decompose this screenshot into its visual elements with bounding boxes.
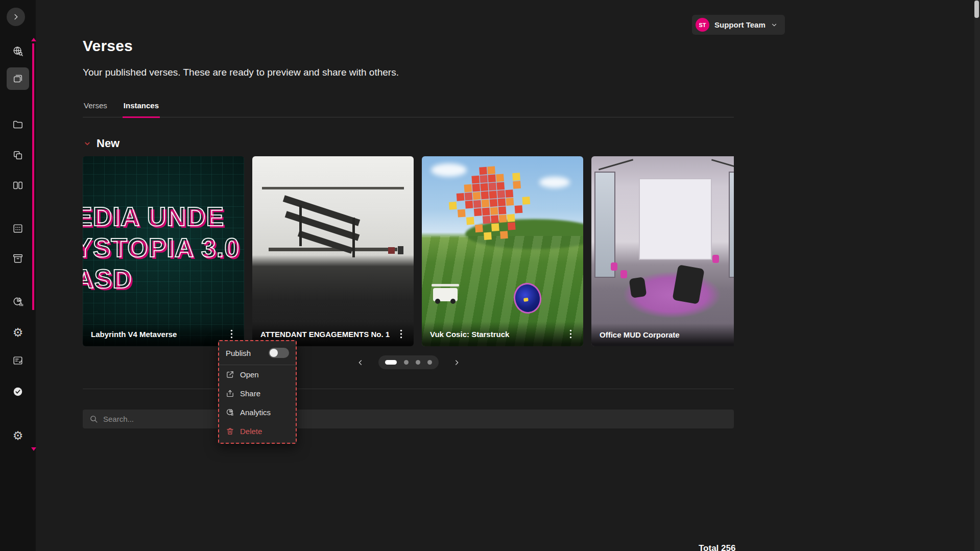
kebab-icon	[230, 329, 233, 339]
golf-cart-art	[433, 288, 458, 301]
avatar: ST	[696, 18, 709, 32]
card-kebab-menu-button[interactable]	[396, 329, 405, 339]
page-subtitle: Your published verses. These are ready t…	[83, 67, 734, 78]
scrollbar-thumb[interactable]	[974, 1, 979, 18]
kebab-icon	[400, 329, 402, 339]
menu-item-open[interactable]: Open	[219, 365, 296, 384]
card-title: Office MUD Corporate	[600, 330, 680, 339]
verse-card-office[interactable]: Office MUD Corporate	[591, 156, 734, 346]
external-link-icon	[226, 370, 234, 379]
card-title: Vuk Cosic: Starstruck	[430, 330, 509, 339]
page-title: Verses	[83, 37, 734, 55]
pagination	[83, 355, 734, 369]
chevron-left-icon	[356, 358, 365, 367]
sidebar-scroll-up-arrow[interactable]	[31, 38, 36, 41]
publish-label: Publish	[226, 349, 251, 357]
publish-toggle[interactable]	[269, 348, 289, 358]
check-circle-icon	[12, 386, 23, 397]
sidebar-item-explore[interactable]	[7, 40, 29, 62]
chevron-right-icon	[10, 11, 21, 22]
main-content: Verses Your published verses. These are …	[83, 0, 734, 428]
folder-icon	[12, 119, 23, 130]
card-row: EDIA UNDE YSTOPIA 3.0 ASD Labyrinth V4 M…	[83, 156, 734, 346]
pagination-dot-4[interactable]	[427, 360, 432, 365]
card-kebab-menu-button[interactable]	[227, 329, 236, 339]
section-header-new[interactable]: New	[83, 137, 734, 150]
globe-search-icon	[12, 45, 23, 57]
search-bar[interactable]	[83, 410, 734, 428]
section-divider	[83, 389, 734, 389]
card-title: ATTENDANT ENGAGEMENTS No. 1	[260, 330, 390, 339]
card-thumbnail	[252, 156, 414, 346]
layout-panels-icon	[12, 180, 23, 191]
sidebar-scrollbar[interactable]	[32, 43, 34, 310]
sidebar-item-assets[interactable]	[7, 247, 29, 270]
verse-card-attendant[interactable]: ATTENDANT ENGAGEMENTS No. 1	[252, 156, 414, 346]
card-context-menu: Publish Open Share Analytics Delete	[218, 340, 297, 444]
section-label: New	[97, 137, 119, 150]
user-menu-button[interactable]: ST Support Team	[692, 15, 785, 35]
tab-bar: Verses Instances	[83, 101, 734, 117]
search-icon	[89, 415, 98, 423]
sidebar-expand-button[interactable]	[7, 8, 25, 26]
pagination-dot-2[interactable]	[404, 360, 409, 365]
neon-art-text: EDIA UNDE YSTOPIA 3.0 ASD	[83, 201, 240, 295]
menu-item-analytics[interactable]: Analytics	[219, 403, 296, 422]
sidebar-item-templates[interactable]	[7, 144, 29, 166]
gear-icon: ⚙	[13, 430, 23, 442]
gear-icon: ⚙	[13, 327, 23, 339]
trash-icon	[226, 427, 234, 436]
copy-stack-icon	[12, 150, 23, 161]
menu-item-delete[interactable]: Delete	[219, 422, 296, 441]
card-thumbnail: EDIA UNDE YSTOPIA 3.0 ASD	[83, 156, 244, 346]
chevron-down-icon	[83, 139, 92, 148]
menu-item-share[interactable]: Share	[219, 384, 296, 403]
pagination-dot-3[interactable]	[416, 360, 420, 365]
sidebar-item-spaces[interactable]	[7, 174, 29, 197]
calendar-grid-icon	[12, 223, 23, 234]
card-kebab-menu-button[interactable]	[566, 329, 575, 339]
sidebar-item-admin-settings[interactable]: ⚙	[7, 424, 29, 447]
verse-card-starstruck[interactable]: Vuk Cosic: Starstruck	[422, 156, 583, 346]
pagination-prev-button[interactable]	[355, 357, 366, 368]
form-edit-icon	[12, 355, 23, 366]
share-icon	[226, 389, 234, 398]
user-name: Support Team	[714, 20, 766, 29]
card-title: Labyrinth V4 Metaverse	[91, 330, 177, 339]
publish-row: Publish	[219, 341, 296, 365]
search-input[interactable]	[103, 415, 727, 423]
kebab-icon	[569, 329, 572, 339]
pagination-dot-1[interactable]	[385, 360, 397, 365]
sidebar: ⚙ ⚙	[0, 0, 36, 551]
chevron-right-icon	[452, 358, 461, 367]
pixel-mosaic-art	[438, 161, 562, 256]
card-thumbnail	[591, 156, 734, 346]
pie-chart-icon	[226, 408, 234, 417]
sidebar-scroll-down-arrow[interactable]	[31, 447, 36, 451]
analytics-pie-icon	[12, 296, 23, 307]
tab-verses[interactable]: Verses	[83, 101, 108, 118]
tab-instances[interactable]: Instances	[123, 101, 160, 118]
card-thumbnail	[422, 156, 583, 346]
verse-cards-icon	[12, 73, 23, 84]
sidebar-item-settings[interactable]: ⚙	[7, 321, 29, 344]
sidebar-item-files[interactable]	[7, 113, 29, 136]
pagination-next-button[interactable]	[451, 357, 462, 368]
sidebar-item-verses[interactable]	[7, 67, 29, 90]
chevron-down-icon	[771, 21, 778, 29]
verse-card-labyrinth[interactable]: EDIA UNDE YSTOPIA 3.0 ASD Labyrinth V4 M…	[83, 156, 244, 346]
sidebar-item-tasks[interactable]	[7, 380, 29, 403]
pagination-dots	[378, 355, 439, 369]
sidebar-item-forms[interactable]	[7, 349, 29, 372]
page-scrollbar[interactable]	[974, 0, 980, 551]
sidebar-item-analytics[interactable]	[7, 291, 29, 313]
sidebar-item-events[interactable]	[7, 217, 29, 239]
total-count: Total 256	[699, 543, 735, 551]
archive-box-icon	[12, 253, 23, 264]
